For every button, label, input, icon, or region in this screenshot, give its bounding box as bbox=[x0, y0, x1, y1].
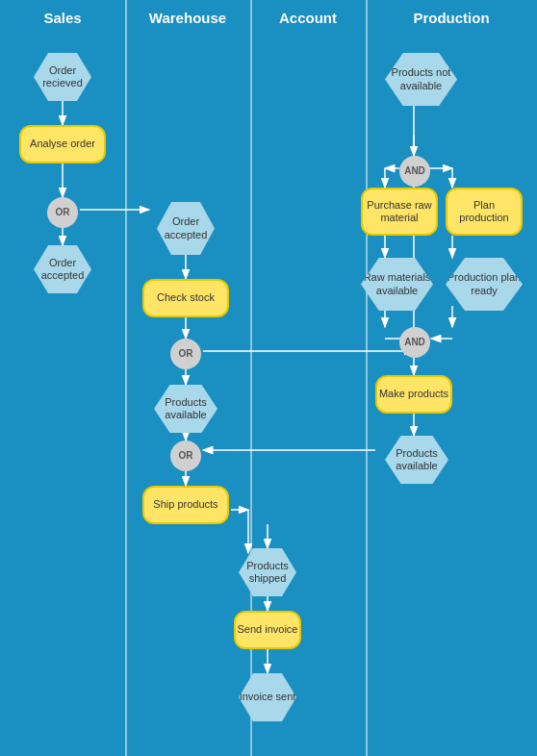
products-not-available-shape: Products not available bbox=[385, 53, 457, 106]
header-account: Account bbox=[250, 10, 366, 26]
header-warehouse: Warehouse bbox=[125, 10, 250, 26]
divider-account-production bbox=[366, 0, 368, 756]
ship-products-shape: Ship products bbox=[142, 486, 229, 524]
make-products-shape: Make products bbox=[375, 375, 452, 414]
raw-materials-shape: Raw materials available bbox=[361, 258, 433, 311]
invoice-sent-shape: Invoice sent bbox=[239, 673, 296, 721]
production-plan-shape: Production plan ready bbox=[446, 258, 523, 311]
products-available-prod-shape: Products available bbox=[385, 436, 448, 484]
diagram-container: Sales Warehouse Account Production Order… bbox=[0, 0, 537, 756]
check-stock-shape: Check stock bbox=[142, 279, 229, 317]
header-sales: Sales bbox=[0, 10, 125, 26]
or2-shape: OR bbox=[170, 339, 201, 369]
plan-production-shape: Plan production bbox=[446, 188, 523, 236]
products-available-wh-shape: Products available bbox=[154, 385, 217, 433]
analyse-order-shape: Analyse order bbox=[19, 125, 106, 164]
products-shipped-shape: Products shipped bbox=[239, 548, 296, 596]
and2-shape: AND bbox=[399, 327, 430, 358]
header-production: Production bbox=[366, 10, 537, 26]
order-received-shape: Order recieved bbox=[34, 53, 91, 101]
purchase-raw-shape: Purchase raw material bbox=[361, 188, 438, 236]
send-invoice-shape: Send invoice bbox=[234, 611, 301, 649]
divider-sales-warehouse bbox=[125, 0, 127, 756]
and1-shape: AND bbox=[399, 156, 430, 187]
or1-shape: OR bbox=[47, 197, 78, 228]
order-accepted-warehouse-shape: Order accepted bbox=[157, 202, 215, 255]
order-accepted-sales-shape: Order accepted bbox=[34, 245, 91, 293]
or3-shape: OR bbox=[170, 441, 201, 471]
